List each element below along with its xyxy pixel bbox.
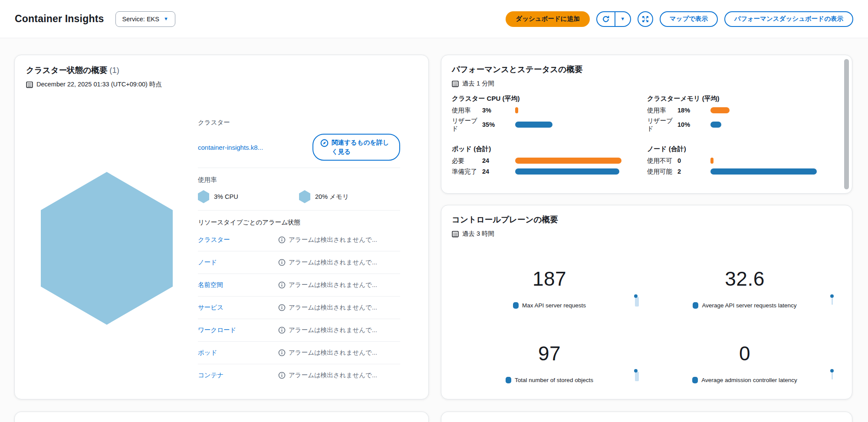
explore-related-button[interactable]: 関連するものを詳しく見る [312,134,400,161]
cluster-detail-panel: クラスター container-insights.k8... 関連するものを詳し… [198,119,400,386]
cluster-name-link[interactable]: container-insights.k8... [198,144,263,151]
legend-label: Average API server requests latency [702,302,796,309]
info-icon [278,349,286,356]
metric-label: 使用可能 [647,168,675,175]
calendar-icon [26,81,33,88]
alarm-list: クラスター アラームは検出されませんで... ノード アラームは検出され [198,228,400,386]
alarm-resource-link[interactable]: 名前空間 [198,281,278,289]
cluster-hexagon[interactable] [41,172,173,325]
refresh-options-button[interactable]: ▼ [615,12,630,26]
performance-dashboard-button[interactable]: パフォーマンスダッシュボードの表示 [724,11,853,27]
metric-group-title: クラスターメモリ (平均) [647,95,842,103]
sparkline [634,293,639,307]
performance-metric-group: ポッド (合計) 必要 24 準備完了 24 [452,145,647,178]
explore-related-icon [320,139,329,147]
info-icon [278,304,286,311]
metric-big-number: 97 [452,340,647,367]
control-plane-period: 過去 3 時間 [462,230,494,238]
alarm-row: クラスター アラームは検出されませんで... [198,228,400,251]
metric-row: 使用率 18% [647,106,842,115]
alarm-resource-link[interactable]: コンテナ [198,371,278,379]
cluster-timestamp-row: December 22, 2025 01:33 (UTC+09:00) 時点 [26,80,417,89]
next-card-right-stub [441,412,852,422]
hexagon-icon [198,190,209,203]
alarm-status: アラームは検出されませんで... [278,236,377,244]
control-plane-metric: 97 Total number of stored objects [452,323,647,398]
map-view-button[interactable]: マップで表示 [660,11,718,27]
metric-bar [515,122,552,128]
fullscreen-button[interactable] [638,11,653,27]
metric-label: リザーブド [647,117,675,132]
alarm-resource-link[interactable]: ポッド [198,349,278,357]
metric-big-number: 187 [452,265,647,293]
performance-period: 過去 1 分間 [462,79,494,88]
divider [198,210,400,211]
usage-legend: 3% CPU 20% メモリ [198,190,400,203]
alarm-status: アラームは検出されませんで... [278,303,377,312]
control-plane-card-title: コントロールプレーンの概要 [452,214,842,225]
next-card-left-stub [14,412,429,422]
sparkline-bar [635,297,639,307]
cluster-card-title: クラスター状態の概要 (1) [26,65,417,76]
alarm-resource-link[interactable]: クラスター [198,236,278,244]
refresh-split-button: ▼ [596,11,631,27]
sparkline-bar [832,298,833,305]
metric-value: 3% [480,107,505,114]
alarm-status: アラームは検出されませんで... [278,258,377,267]
alarm-resource-link[interactable]: サービス [198,303,278,312]
metric-label: 使用率 [452,106,480,114]
control-plane-metric: 187 Max API server requests [452,248,647,323]
toolbar-actions: ダッシュボードに追加 ▼ [506,11,853,27]
calendar-icon [452,231,459,237]
sparkline [829,293,835,307]
metric-bar [515,107,518,113]
performance-card-title: パフォーマンスとステータスの概要 [452,64,842,75]
legend-swatch [692,377,698,383]
alarm-status-text: アラームは検出されませんで... [289,326,377,334]
alarm-row: 名前空間 アラームは検出されませんで... [198,274,400,296]
alarm-resource-link[interactable]: ノード [198,258,278,267]
control-plane-metric: 0 Average admission controller latency [647,323,842,398]
metric-legend: Average API server requests latency [693,302,796,309]
alarm-row: ノード アラームは検出されませんで... [198,251,400,274]
metric-rows: 使用率 3% リザーブド 35% [452,106,647,132]
performance-metric-group: ノード (合計) 使用不可 0 使用可能 2 [647,145,842,178]
control-plane-period-row: 過去 3 時間 [452,230,842,238]
metric-row: リザーブド 10% [647,117,842,132]
metric-bar [710,107,730,113]
metric-row: 使用不可 0 [647,156,842,165]
metric-value: 24 [480,168,505,175]
refresh-button[interactable] [597,12,615,26]
alarm-status-text: アラームは検出されませんで... [289,281,377,289]
info-icon [278,326,286,334]
alarm-row: ポッド アラームは検出されませんで... [198,341,400,364]
add-to-dashboard-button[interactable]: ダッシュボードに追加 [506,11,589,27]
vertical-scrollbar[interactable] [844,59,849,189]
page-title: Container Insights [15,13,104,25]
metric-value: 10% [675,121,700,128]
alarm-status-text: アラームは検出されませんで... [289,303,377,312]
usage-legend-label: 20% メモリ [315,193,349,201]
alarm-row: ワークロード アラームは検出されませんで... [198,319,400,341]
cluster-row: container-insights.k8... 関連するものを詳しく見る [198,134,400,161]
metric-rows: 使用不可 0 使用可能 2 [647,156,842,176]
legend-label: Average admission controller latency [701,377,797,383]
top-toolbar: Container Insights Service: EKS ▼ ダッシュボー… [0,0,868,38]
metric-bar [515,168,619,175]
performance-status-card: パフォーマンスとステータスの概要 過去 1 分間 クラスター CPU (平均) … [441,55,852,194]
cluster-count: (1) [109,66,119,75]
performance-metric-group: クラスター CPU (平均) 使用率 3% リザーブド 35% [452,95,647,135]
sparkline-dot [634,369,638,373]
divider [198,168,400,168]
service-selector-label: Service: EKS [122,16,159,23]
sparkline-bar [635,372,639,381]
metric-legend: Total number of stored objects [506,377,593,383]
refresh-icon [602,15,610,23]
metric-value: 2 [675,168,700,175]
service-selector[interactable]: Service: EKS ▼ [115,11,175,27]
metric-legend: Average admission controller latency [692,377,797,383]
metric-rows: 必要 24 準備完了 24 [452,156,647,176]
cluster-timestamp: December 22, 2025 01:33 (UTC+09:00) 時点 [36,80,162,89]
metric-bar [515,158,621,164]
alarm-resource-link[interactable]: ワークロード [198,326,278,334]
